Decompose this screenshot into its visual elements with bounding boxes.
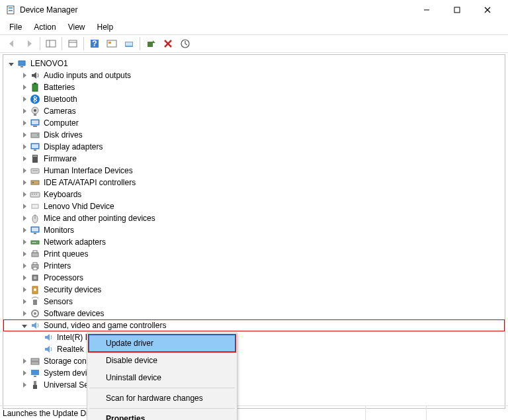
expander-icon[interactable] <box>19 192 30 197</box>
svg-rect-24 <box>34 83 36 84</box>
expander-icon[interactable] <box>19 144 30 149</box>
expander-icon[interactable] <box>19 370 30 376</box>
svg-rect-1 <box>9 7 13 9</box>
context-scan-hardware[interactable]: Scan for hardware changes <box>89 390 235 407</box>
svg-rect-38 <box>33 155 37 157</box>
expander-icon[interactable] <box>19 275 30 280</box>
expander-icon[interactable] <box>19 239 30 245</box>
device-tree[interactable]: LENOVO1Audio inputs and outputsBatteries… <box>3 56 505 392</box>
menu-help[interactable]: Help <box>92 21 119 33</box>
expander-icon[interactable] <box>6 62 17 65</box>
context-update-driver[interactable]: Update driver <box>89 335 235 352</box>
expander-icon[interactable] <box>19 216 30 221</box>
tree-item[interactable]: Sensors <box>3 296 505 308</box>
camera-icon <box>30 106 40 116</box>
menu-view[interactable]: View <box>63 21 91 33</box>
expander-icon[interactable] <box>19 156 30 161</box>
scan-hardware-button[interactable] <box>177 36 193 52</box>
properties-button[interactable] <box>65 36 81 52</box>
show-hide-tree-button[interactable] <box>43 36 59 52</box>
tree-child-item[interactable]: Realtek H <box>3 343 505 355</box>
display-icon <box>30 142 40 152</box>
usb-icon <box>30 380 40 390</box>
svg-rect-68 <box>31 358 39 361</box>
expander-icon[interactable] <box>19 382 30 388</box>
back-button[interactable] <box>4 36 20 52</box>
tree-item[interactable]: Universal Ser <box>3 379 505 391</box>
tree-item[interactable]: System devic <box>3 367 505 379</box>
expander-icon[interactable] <box>19 168 30 173</box>
expander-icon[interactable] <box>19 324 30 327</box>
status-cell <box>426 406 505 420</box>
expander-icon[interactable] <box>19 180 30 185</box>
expander-icon[interactable] <box>19 85 30 90</box>
security-icon <box>30 284 40 295</box>
help-button[interactable]: ? <box>87 36 103 52</box>
expander-icon[interactable] <box>19 132 30 138</box>
tree-item-label: Disk drives <box>42 129 84 141</box>
svg-rect-30 <box>32 120 38 124</box>
forward-button[interactable] <box>21 36 37 52</box>
tree-item[interactable]: Storage cont <box>3 355 505 367</box>
expander-icon[interactable] <box>19 204 30 209</box>
tree-item[interactable]: Bluetooth <box>3 93 505 105</box>
expander-icon[interactable] <box>19 299 30 304</box>
tree-item-label: System devic <box>42 367 92 379</box>
tree-item[interactable]: Monitors <box>3 224 505 236</box>
tree-item[interactable]: Security devices <box>3 284 505 296</box>
expander-icon[interactable] <box>19 251 30 257</box>
expander-icon[interactable] <box>19 97 30 102</box>
tree-item[interactable]: Keyboards <box>3 189 505 200</box>
uninstall-button[interactable] <box>160 36 176 52</box>
context-properties[interactable]: Properties <box>89 410 235 420</box>
expander-icon[interactable] <box>19 108 30 114</box>
battery-icon <box>30 82 40 93</box>
svg-rect-14 <box>108 42 111 44</box>
tree-item[interactable]: Software devices <box>3 308 505 319</box>
menu-file[interactable]: File <box>4 21 27 33</box>
minimize-button[interactable] <box>411 0 442 20</box>
tree-item[interactable]: Batteries <box>3 81 505 93</box>
tree-item[interactable]: Audio inputs and outputs <box>3 69 505 81</box>
expander-icon[interactable] <box>19 358 30 364</box>
scan-button[interactable] <box>104 36 120 52</box>
expander-icon[interactable] <box>19 73 30 78</box>
printq-icon <box>30 249 40 259</box>
svg-rect-2 <box>9 10 13 11</box>
tree-item-label: Software devices <box>42 308 105 319</box>
svg-rect-69 <box>31 362 39 364</box>
tree-root[interactable]: LENOVO1 <box>3 58 505 69</box>
context-uninstall-device[interactable]: Uninstall device <box>89 369 235 386</box>
svg-rect-52 <box>34 233 36 234</box>
sound-icon <box>30 320 40 331</box>
tree-item[interactable]: IDE ATA/ATAPI controllers <box>3 177 505 189</box>
tree-item[interactable]: Firmware <box>3 153 505 165</box>
sensor-icon <box>30 296 40 307</box>
tree-item[interactable]: Mice and other pointing devices <box>3 212 505 224</box>
close-button[interactable] <box>472 0 503 20</box>
expander-icon[interactable] <box>19 263 30 269</box>
tree-item[interactable]: Sound, video and game controllers <box>3 319 505 331</box>
update-driver-button[interactable] <box>121 36 137 52</box>
tree-item[interactable]: Network adapters <box>3 236 505 248</box>
menu-action[interactable]: Action <box>28 21 61 33</box>
tree-item[interactable]: Processors <box>3 272 505 284</box>
enable-device-button[interactable] <box>143 36 159 52</box>
tree-item[interactable]: Human Interface Devices <box>3 165 505 177</box>
context-disable-device[interactable]: Disable device <box>89 352 235 369</box>
expander-icon[interactable] <box>19 120 30 126</box>
expander-icon[interactable] <box>19 287 30 292</box>
tree-item[interactable]: Cameras <box>3 105 505 117</box>
svg-rect-45 <box>34 194 35 194</box>
tree-item[interactable]: Printers <box>3 260 505 272</box>
tree-child-item[interactable]: Intel(R) D <box>3 331 505 343</box>
tree-item[interactable]: Disk drives <box>3 129 505 141</box>
tree-item[interactable]: Display adapters <box>3 141 505 153</box>
tree-item[interactable]: Computer <box>3 117 505 129</box>
maximize-button[interactable] <box>442 0 472 20</box>
tree-item[interactable]: Lenovo Vhid Device <box>3 200 505 212</box>
expander-icon[interactable] <box>19 311 30 316</box>
tree-item[interactable]: Print queues <box>3 248 505 260</box>
expander-icon[interactable] <box>19 228 30 233</box>
svg-rect-21 <box>19 61 25 65</box>
